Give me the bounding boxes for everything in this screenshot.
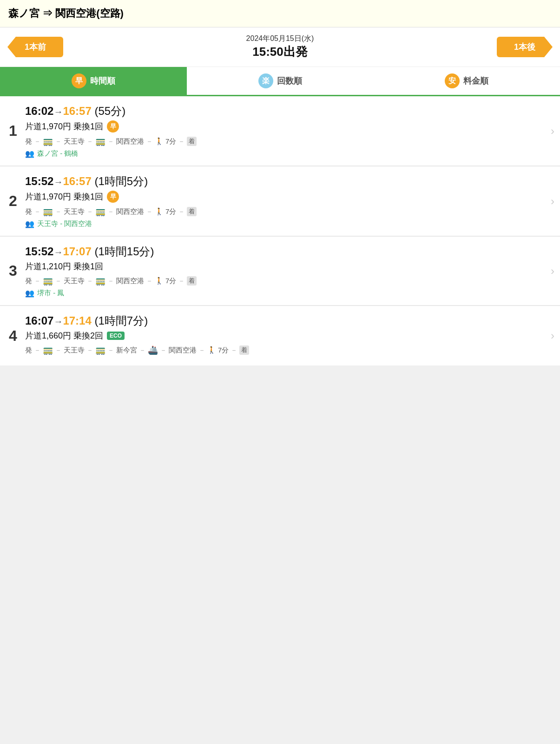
route-path-2: 発 － 🚃 － 天王寺 － 🚃 － 関西空港 － 🚶 7分 － 着 <box>25 206 546 217</box>
route-title: 森ノ宮 ⇒ 関西空港(空路) <box>8 7 124 19</box>
route-times-3: 15:52→17:07 (1時間15分) <box>25 244 546 259</box>
tab-transfer-order[interactable]: 楽 回数順 <box>187 67 374 95</box>
chevron-icon-1: › <box>551 96 560 166</box>
chevron-icon-2: › <box>551 166 560 236</box>
date-nav: 1本前 2024年05月15日(水) 15:50出発 1本後 <box>0 27 560 67</box>
chevron-icon-3: › <box>551 237 560 305</box>
stations-icon-3: 👥 <box>25 289 34 298</box>
route-number-2: 2 <box>0 166 23 236</box>
hayai-badge-2: 早 <box>107 191 119 203</box>
route-fare-4: 片道1,660円 乗換2回 ECO <box>25 330 546 341</box>
route-times-2: 15:52→16:57 (1時間5分) <box>25 174 546 189</box>
train-icon-3a: 🚃 <box>43 276 53 286</box>
train-icon-2b: 🚃 <box>95 206 105 217</box>
route-card-2[interactable]: 2 15:52→16:57 (1時間5分) 片道1,970円 乗換1回 早 発 … <box>0 166 560 236</box>
route-fare-3: 片道1,210円 乗換1回 <box>25 261 546 272</box>
train-icon-1a: 🚃 <box>43 136 53 146</box>
train-icon-2a: 🚃 <box>43 206 53 217</box>
hayai-badge-1: 早 <box>107 120 119 133</box>
route-content-1: 16:02→16:57 (55分) 片道1,970円 乗換1回 早 発 － 🚃 … <box>23 96 551 166</box>
chevron-icon-4: › <box>551 306 560 365</box>
route-stations-1: 👥 森ノ宮 - 鶴橋 <box>25 149 546 158</box>
route-content-2: 15:52→16:57 (1時間5分) 片道1,970円 乗換1回 早 発 － … <box>23 166 551 236</box>
route-content-4: 16:07→17:14 (1時間7分) 片道1,660円 乗換2回 ECO 発 … <box>23 306 551 365</box>
route-card-1[interactable]: 1 16:02→16:57 (55分) 片道1,970円 乗換1回 早 発 － … <box>0 96 560 166</box>
train-icon-4c: 🚢 <box>148 345 158 355</box>
route-path-3: 発 － 🚃 － 天王寺 － 🚃 － 関西空港 － 🚶 7分 － 着 <box>25 276 546 286</box>
tab-time-icon: 早 <box>72 73 86 88</box>
tab-time-order[interactable]: 早 時間順 <box>0 67 187 95</box>
route-stations-2: 👥 天王寺 - 関西空港 <box>25 219 546 228</box>
tab-fare-label: 料金順 <box>463 75 488 86</box>
walk-icon-2: 🚶 <box>155 207 164 216</box>
departure-time: 15:50出発 <box>246 44 314 60</box>
date-info: 2024年05月15日(水) 15:50出発 <box>246 34 314 60</box>
train-icon-4a: 🚃 <box>43 345 53 355</box>
route-times-4: 16:07→17:14 (1時間7分) <box>25 313 546 328</box>
route-header: 森ノ宮 ⇒ 関西空港(空路) <box>0 0 560 27</box>
tab-fare-order[interactable]: 安 料金順 <box>373 67 560 95</box>
train-icon-3b: 🚃 <box>95 276 105 286</box>
route-fare-1: 片道1,970円 乗換1回 早 <box>25 120 546 133</box>
routes-list: 1 16:02→16:57 (55分) 片道1,970円 乗換1回 早 発 － … <box>0 96 560 365</box>
route-path-1: 発 － 🚃 － 天王寺 － 🚃 － 関西空港 － 🚶 7分 － 着 <box>25 136 546 146</box>
eco-badge-4: ECO <box>107 332 125 340</box>
route-content-3: 15:52→17:07 (1時間15分) 片道1,210円 乗換1回 発 － 🚃… <box>23 237 551 305</box>
route-number-3: 3 <box>0 237 23 305</box>
route-number-1: 1 <box>0 96 23 166</box>
train-icon-4b: 🚃 <box>95 345 105 355</box>
route-fare-2: 片道1,970円 乗換1回 早 <box>25 191 546 203</box>
walk-icon-1: 🚶 <box>155 137 164 146</box>
route-card-3[interactable]: 3 15:52→17:07 (1時間15分) 片道1,210円 乗換1回 発 －… <box>0 237 560 305</box>
walk-icon-3: 🚶 <box>155 277 164 285</box>
walk-icon-4: 🚶 <box>207 346 216 354</box>
prev-departure-button[interactable]: 1本前 <box>7 37 63 57</box>
route-card-4[interactable]: 4 16:07→17:14 (1時間7分) 片道1,660円 乗換2回 ECO … <box>0 306 560 365</box>
route-stations-3: 👥 堺市 - 鳳 <box>25 289 546 298</box>
tab-transfer-label: 回数順 <box>277 75 302 86</box>
tab-time-label: 時間順 <box>90 75 115 86</box>
tab-transfer-icon: 楽 <box>258 73 273 88</box>
sort-tabs: 早 時間順 楽 回数順 安 料金順 <box>0 67 560 96</box>
route-path-4: 発 － 🚃 － 天王寺 － 🚃 － 新今宮 － 🚢 － 関西空港 － 🚶 7分 … <box>25 345 546 355</box>
stations-icon-2: 👥 <box>25 219 34 228</box>
stations-icon-1: 👥 <box>25 149 34 158</box>
tab-fare-icon: 安 <box>445 73 460 88</box>
date-text: 2024年05月15日(水) <box>246 34 314 44</box>
train-icon-1b: 🚃 <box>95 136 105 146</box>
route-times-1: 16:02→16:57 (55分) <box>25 104 546 119</box>
next-departure-button[interactable]: 1本後 <box>497 37 553 57</box>
route-number-4: 4 <box>0 306 23 365</box>
